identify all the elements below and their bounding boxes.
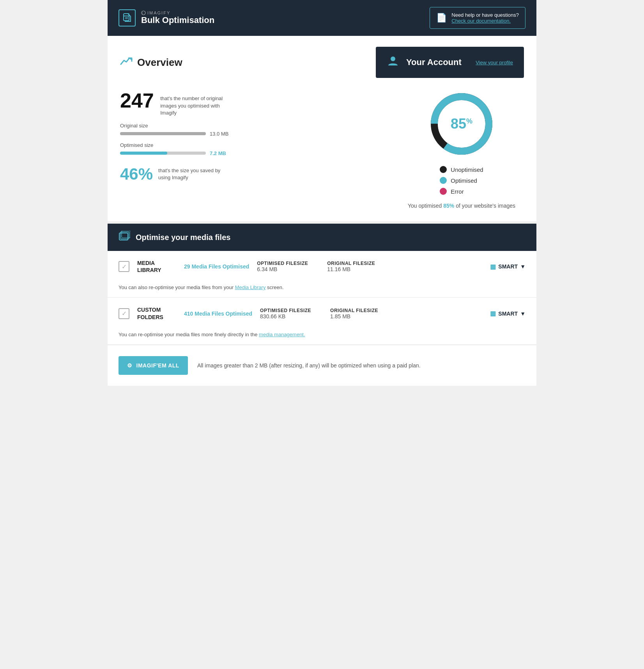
media-library-orig-stat: ORIGINAL FILESIZE 11.16 MB <box>327 261 389 272</box>
media-library-main: ✓ MEDIA LIBRARY 29 Media Files Optimised… <box>108 251 536 282</box>
main-content: Overview Your Account View your profile … <box>108 36 536 386</box>
overview-title-wrap: Overview <box>120 55 182 70</box>
svg-text:i: i <box>142 12 144 14</box>
user-icon <box>387 55 399 67</box>
donut-chart: 85% <box>426 89 497 159</box>
bar-chart-icon: ▩ <box>490 263 496 270</box>
custom-folders-name: CUSTOM FOLDERS <box>137 306 176 320</box>
header-help-text: Need help or have questions? <box>451 12 519 18</box>
chart-sup: % <box>466 117 472 125</box>
action-description: All images greater than 2 MB (after resi… <box>197 362 421 369</box>
header: i IMAGIFY Bulk Optimisation 📄 Need help … <box>108 0 536 36</box>
legend-error-label: Error <box>451 188 464 195</box>
images-description: that's the number of original images you… <box>160 95 230 117</box>
smart-dropdown-arrow: ▼ <box>520 263 525 270</box>
header-help-box: 📄 Need help or have questions? Check our… <box>430 7 525 29</box>
account-box: Your Account View your profile <box>376 47 524 78</box>
overview-section: Overview Your Account View your profile … <box>108 36 536 224</box>
header-left: i IMAGIFY Bulk Optimisation <box>119 9 214 26</box>
optimised-size-fill <box>120 152 167 155</box>
account-title: Your Account <box>406 57 469 67</box>
account-user-icon <box>387 55 399 70</box>
opt-label: OPTIMISED FILESIZE <box>257 261 319 266</box>
legend-unoptimised-label: Unoptimised <box>451 166 483 173</box>
custom-folders-orig-stat: ORIGINAL FILESIZE 1.85 MB <box>330 308 393 319</box>
overview-stats: 247 that's the number of original images… <box>120 89 399 209</box>
original-size-fill <box>120 132 206 135</box>
optimised-dot <box>440 177 447 184</box>
chart-caption-suffix: of your website's images <box>454 203 515 209</box>
media-library-note-suffix: screen. <box>265 284 283 290</box>
optimised-size-label: Optimised size <box>120 142 384 148</box>
savings-description: that's the size you saved by using Imagi… <box>158 167 221 181</box>
chart-percent-value: 85 <box>451 116 466 132</box>
media-library-opt-stat: OPTIMISED FILESIZE 6.34 MB <box>257 261 319 272</box>
media-library-name: MEDIA LIBRARY <box>137 259 176 274</box>
trending-up-icon <box>120 55 133 67</box>
imagifem-all-button[interactable]: ⚙ IMAGIF'EM ALL <box>119 356 188 375</box>
custom-folders-opt-stat: OPTIMISED FILESIZE 830.66 KB <box>260 308 322 319</box>
imagify-logo-small: i <box>141 11 146 15</box>
custom-folders-note-text: You can re-optimise your media files mor… <box>119 332 259 337</box>
cf-opt-label: OPTIMISED FILESIZE <box>260 308 322 313</box>
document-icon: 📄 <box>436 13 447 23</box>
media-library-note-text: You can also re-optimise your media file… <box>119 284 235 290</box>
overview-body: 247 that's the number of original images… <box>120 89 524 209</box>
images-stat: 247 that's the number of original images… <box>120 89 384 117</box>
cf-smart-dropdown-arrow: ▼ <box>520 311 525 317</box>
smart-label: SMART <box>498 263 518 270</box>
cf-orig-value: 1.85 MB <box>330 313 393 319</box>
media-library-link[interactable]: Media Library <box>235 284 266 290</box>
cf-smart-label: SMART <box>498 311 518 317</box>
svg-point-6 <box>391 56 395 61</box>
header-help-link[interactable]: Check our documentation. <box>451 18 511 24</box>
legend-optimised-label: Optimised <box>451 177 477 184</box>
media-library-smart-btn[interactable]: ▩ SMART ▼ <box>490 263 525 270</box>
overview-header: Overview Your Account View your profile <box>120 47 524 78</box>
cf-bar-chart-icon: ▩ <box>490 310 496 317</box>
chart-caption-percent: 85% <box>443 203 454 209</box>
donut-center-value: 85% <box>451 116 472 132</box>
cf-orig-label: ORIGINAL FILESIZE <box>330 308 393 313</box>
chart-caption-text: You optimised <box>408 203 443 209</box>
original-size-bar <box>120 132 206 135</box>
custom-folders-smart-btn[interactable]: ▩ SMART ▼ <box>490 310 525 317</box>
chart-caption: You optimised 85% of your website's imag… <box>408 203 515 209</box>
overview-chart: 85% Unoptimised Optimised Error <box>399 89 524 209</box>
unoptimised-dot <box>440 166 447 173</box>
account-profile-link[interactable]: View your profile <box>476 60 513 65</box>
savings-percent: 46% <box>120 165 153 184</box>
legend-error: Error <box>440 188 483 195</box>
orig-value: 11.16 MB <box>327 266 389 272</box>
media-library-checkbox[interactable]: ✓ <box>119 261 129 272</box>
header-title: Bulk Optimisation <box>141 15 214 25</box>
header-help-content: Need help or have questions? Check our d… <box>451 12 519 24</box>
original-size-value: 13.0 MB <box>210 131 228 137</box>
opt-value: 6.34 MB <box>257 266 319 272</box>
stack-images-icon <box>119 231 130 242</box>
custom-folders-checkbox[interactable]: ✓ <box>119 308 129 319</box>
custom-folders-link[interactable]: media management. <box>259 332 305 337</box>
imagifem-label: IMAGIF'EM ALL <box>136 362 179 369</box>
header-brand: i IMAGIFY Bulk Optimisation <box>141 11 214 25</box>
brand-name: IMAGIFY <box>147 11 170 15</box>
custom-folders-main: ✓ CUSTOM FOLDERS 410 Media Files Optimis… <box>108 298 536 329</box>
legend-unoptimised: Unoptimised <box>440 166 483 173</box>
media-library-row: ✓ MEDIA LIBRARY 29 Media Files Optimised… <box>108 251 536 298</box>
media-library-count: 29 Media Files Optimised <box>184 263 249 270</box>
optimised-size-value: 7.2 MB <box>210 150 226 156</box>
custom-folders-row: ✓ CUSTOM FOLDERS 410 Media Files Optimis… <box>108 298 536 344</box>
savings-section: 46% that's the size you saved by using I… <box>120 165 384 184</box>
cf-opt-value: 830.66 KB <box>260 313 322 319</box>
overview-chart-icon <box>120 55 133 70</box>
images-count: 247 <box>120 89 154 112</box>
overview-title: Overview <box>137 56 182 69</box>
sizes-group: Original size 13.0 MB Optimised size <box>120 123 384 156</box>
media-section: Optimise your media files ✓ MEDIA LIBRAR… <box>108 224 536 386</box>
media-library-note: You can also re-optimise your media file… <box>108 282 536 297</box>
original-size-row: Original size 13.0 MB <box>120 123 384 137</box>
orig-label: ORIGINAL FILESIZE <box>327 261 389 266</box>
optimised-size-row: Optimised size 7.2 MB <box>120 142 384 156</box>
chart-legend: Unoptimised Optimised Error <box>440 166 483 195</box>
header-logo-icon <box>119 9 136 26</box>
